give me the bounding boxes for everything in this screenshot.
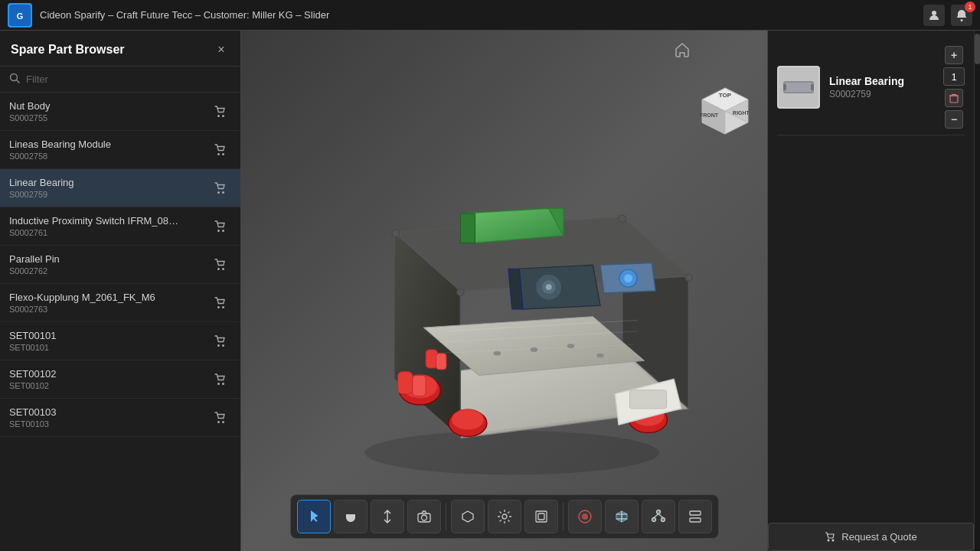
- svg-rect-90: [690, 518, 701, 522]
- toolbar-target-btn[interactable]: [568, 500, 602, 533]
- svg-point-31: [364, 431, 659, 475]
- right-scrollbar[interactable]: [974, 31, 980, 551]
- svg-point-44: [596, 354, 604, 358]
- svg-point-10: [217, 191, 220, 194]
- part-name: Linear Bearing: [9, 177, 210, 188]
- part-name: Lineas Bearing Module: [9, 139, 210, 150]
- toolbar-listview-btn[interactable]: [678, 500, 712, 533]
- toolbar-cube3d-btn[interactable]: [605, 500, 639, 533]
- part-list-item[interactable]: SET00102 SET00102: [0, 360, 240, 399]
- add-to-cart-btn[interactable]: [210, 254, 231, 276]
- notifications-btn[interactable]: 1: [951, 5, 972, 26]
- svg-point-3: [961, 19, 963, 21]
- svg-point-85: [652, 518, 655, 522]
- add-to-cart-btn[interactable]: [210, 178, 231, 199]
- add-to-cart-btn[interactable]: [210, 216, 231, 237]
- toolbar-select-btn[interactable]: [297, 500, 331, 533]
- part-list-item[interactable]: Nut Body S0002755: [0, 93, 240, 131]
- add-to-cart-btn[interactable]: [210, 369, 231, 390]
- right-panel-content: Linear Bearing S0002759 + 1: [768, 31, 974, 523]
- topbar: G Cideon Sparify – Craft Future Tecc – C…: [0, 0, 980, 31]
- svg-marker-46: [460, 214, 475, 243]
- toolbar-gear-btn[interactable]: [488, 500, 521, 533]
- part-id: S0002755: [9, 113, 210, 122]
- user-icon-btn[interactable]: [923, 5, 945, 26]
- part-info: SET00102 SET00102: [9, 368, 210, 390]
- svg-rect-93: [785, 83, 812, 92]
- svg-point-42: [530, 347, 537, 352]
- svg-point-13: [222, 230, 224, 232]
- svg-point-65: [623, 274, 632, 283]
- part-detail-id: S0002759: [829, 89, 934, 99]
- add-to-cart-btn[interactable]: [210, 407, 231, 429]
- svg-point-17: [222, 306, 224, 308]
- svg-rect-77: [538, 514, 544, 520]
- add-to-cart-btn[interactable]: [210, 292, 231, 314]
- svg-text:FRONT: FRONT: [700, 112, 719, 118]
- svg-point-21: [222, 383, 224, 385]
- svg-rect-95: [811, 84, 814, 90]
- toolbar-hand-btn[interactable]: [334, 500, 368, 533]
- close-button[interactable]: ×: [213, 41, 230, 58]
- toolbar-treemap-btn[interactable]: [642, 500, 675, 533]
- svg-point-41: [493, 351, 501, 356]
- svg-text:TOP: TOP: [719, 92, 732, 99]
- svg-point-2: [932, 11, 936, 15]
- svg-point-51: [451, 409, 483, 430]
- part-list-item[interactable]: SET00103 SET00103: [0, 399, 240, 437]
- quantity-controls: + 1 −: [943, 46, 965, 129]
- part-info: SET00103 SET00103: [9, 406, 210, 429]
- svg-point-15: [222, 268, 224, 270]
- notification-badge: 1: [965, 2, 975, 12]
- request-quote-button[interactable]: Request a Quote: [768, 523, 974, 551]
- part-list-item[interactable]: Lineas Bearing Module S0002758: [0, 131, 240, 169]
- svg-point-6: [217, 115, 220, 117]
- resize-handle[interactable]: [237, 31, 240, 551]
- part-name: SET00103: [9, 406, 210, 418]
- part-id: SET00102: [9, 381, 210, 390]
- part-info: Lineas Bearing Module S0002758: [9, 139, 210, 161]
- part-id: S0002762: [9, 266, 210, 276]
- svg-rect-57: [436, 354, 446, 370]
- scroll-thumb[interactable]: [975, 34, 980, 64]
- view-cube[interactable]: TOP FRONT RIGHT: [691, 77, 752, 138]
- svg-text:G: G: [17, 11, 24, 21]
- add-to-cart-btn[interactable]: [210, 139, 231, 161]
- svg-point-69: [619, 215, 626, 223]
- 3d-viewport[interactable]: TOP FRONT RIGHT: [241, 31, 767, 551]
- toolbar-box-btn[interactable]: [451, 500, 485, 533]
- svg-text:RIGHT: RIGHT: [733, 110, 750, 116]
- delete-part-btn[interactable]: [945, 89, 963, 107]
- part-info: Flexo-Kupplung M_2061_FK_M6 S0002763: [9, 292, 210, 314]
- quantity-increase-btn[interactable]: +: [945, 46, 963, 64]
- svg-line-88: [658, 514, 663, 518]
- svg-point-70: [684, 274, 692, 282]
- home-icon[interactable]: [674, 41, 691, 62]
- toolbar-frame-btn[interactable]: [524, 500, 558, 533]
- svg-point-22: [217, 421, 220, 423]
- svg-point-86: [661, 518, 665, 522]
- svg-rect-89: [690, 511, 701, 515]
- part-list-item[interactable]: Linear Bearing S0002759: [0, 169, 240, 207]
- filter-input[interactable]: [26, 73, 231, 85]
- part-info: Parallel Pin S0002762: [9, 253, 210, 276]
- add-to-cart-btn[interactable]: [210, 331, 231, 352]
- svg-rect-54: [397, 372, 412, 394]
- svg-marker-74: [462, 511, 473, 522]
- quantity-decrease-btn[interactable]: −: [945, 110, 963, 129]
- add-to-cart-btn[interactable]: [210, 101, 231, 122]
- svg-point-68: [391, 230, 399, 237]
- toolbar-updown-btn[interactable]: [371, 500, 404, 533]
- toolbar-camera-btn[interactable]: [407, 500, 441, 533]
- part-list-item[interactable]: Inductive Proximity Switch IFRM_08… S000…: [0, 207, 240, 246]
- svg-rect-55: [412, 376, 425, 396]
- part-name: Flexo-Kupplung M_2061_FK_M6: [9, 292, 210, 303]
- svg-point-84: [656, 510, 660, 514]
- part-list-item[interactable]: Flexo-Kupplung M_2061_FK_M6 S0002763: [0, 284, 240, 322]
- svg-point-43: [567, 344, 574, 348]
- svg-line-5: [17, 80, 20, 83]
- part-name: SET00102: [9, 368, 210, 380]
- svg-point-73: [421, 515, 426, 520]
- part-list-item[interactable]: SET00101 SET00101: [0, 322, 240, 360]
- part-list-item[interactable]: Parallel Pin S0002762: [0, 246, 240, 284]
